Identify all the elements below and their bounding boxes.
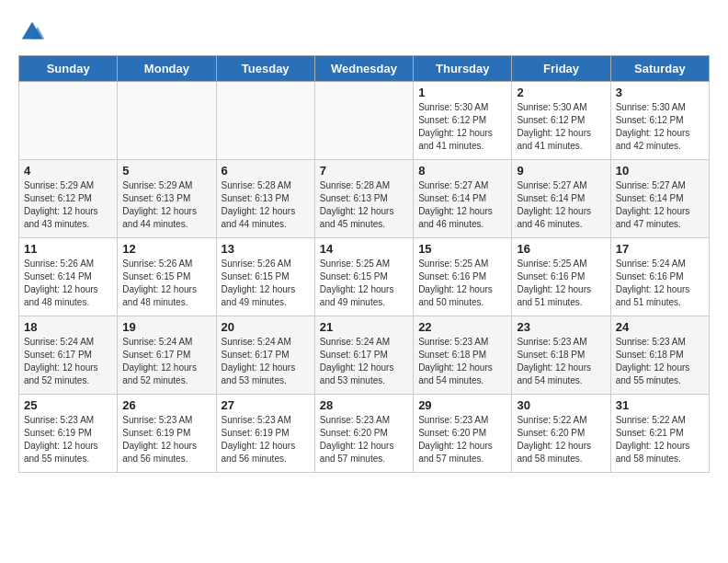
day-info: Sunrise: 5:25 AM Sunset: 6:16 PM Dayligh… <box>517 258 605 309</box>
page-header <box>18 18 710 46</box>
day-number: 22 <box>418 320 506 334</box>
day-number: 3 <box>616 86 704 99</box>
calendar-cell: 12Sunrise: 5:26 AM Sunset: 6:15 PM Dayli… <box>118 238 216 316</box>
calendar-cell: 4Sunrise: 5:29 AM Sunset: 6:12 PM Daylig… <box>19 160 118 238</box>
day-number: 11 <box>24 242 112 256</box>
calendar-cell: 10Sunrise: 5:27 AM Sunset: 6:14 PM Dayli… <box>610 160 709 238</box>
day-header-sunday: Sunday <box>19 56 118 82</box>
day-number: 4 <box>24 164 112 178</box>
day-header-wednesday: Wednesday <box>314 56 413 82</box>
calendar-cell <box>216 82 314 160</box>
calendar-cell: 24Sunrise: 5:23 AM Sunset: 6:18 PM Dayli… <box>610 316 709 395</box>
calendar-cell: 11Sunrise: 5:26 AM Sunset: 6:14 PM Dayli… <box>19 238 118 316</box>
day-number: 14 <box>320 242 408 256</box>
calendar-cell: 20Sunrise: 5:24 AM Sunset: 6:17 PM Dayli… <box>216 316 314 395</box>
day-number: 21 <box>320 320 408 334</box>
day-number: 30 <box>517 398 605 412</box>
calendar-cell: 22Sunrise: 5:23 AM Sunset: 6:18 PM Dayli… <box>414 316 512 395</box>
day-number: 6 <box>222 164 310 178</box>
day-number: 5 <box>122 164 210 178</box>
calendar-cell: 8Sunrise: 5:27 AM Sunset: 6:14 PM Daylig… <box>414 160 512 238</box>
day-info: Sunrise: 5:26 AM Sunset: 6:14 PM Dayligh… <box>24 258 112 309</box>
calendar-cell: 6Sunrise: 5:28 AM Sunset: 6:13 PM Daylig… <box>216 160 314 238</box>
day-info: Sunrise: 5:22 AM Sunset: 6:21 PM Dayligh… <box>616 414 704 465</box>
day-info: Sunrise: 5:23 AM Sunset: 6:20 PM Dayligh… <box>418 414 506 465</box>
calendar-cell: 9Sunrise: 5:27 AM Sunset: 6:14 PM Daylig… <box>512 160 610 238</box>
day-number: 1 <box>418 86 506 99</box>
day-info: Sunrise: 5:23 AM Sunset: 6:19 PM Dayligh… <box>222 414 310 465</box>
calendar-week-row: 18Sunrise: 5:24 AM Sunset: 6:17 PM Dayli… <box>19 316 710 395</box>
day-number: 16 <box>517 242 605 256</box>
day-info: Sunrise: 5:28 AM Sunset: 6:13 PM Dayligh… <box>222 179 310 231</box>
day-number: 7 <box>320 164 408 178</box>
day-info: Sunrise: 5:30 AM Sunset: 6:12 PM Dayligh… <box>616 101 704 153</box>
calendar-cell <box>314 82 413 160</box>
calendar-cell: 26Sunrise: 5:23 AM Sunset: 6:19 PM Dayli… <box>118 395 216 473</box>
day-info: Sunrise: 5:24 AM Sunset: 6:16 PM Dayligh… <box>616 258 704 309</box>
day-number: 24 <box>616 320 704 334</box>
calendar-cell: 29Sunrise: 5:23 AM Sunset: 6:20 PM Dayli… <box>414 395 512 473</box>
logo <box>18 18 50 46</box>
day-number: 29 <box>418 398 506 412</box>
calendar-cell: 28Sunrise: 5:23 AM Sunset: 6:20 PM Dayli… <box>314 395 413 473</box>
calendar-cell: 7Sunrise: 5:28 AM Sunset: 6:13 PM Daylig… <box>314 160 413 238</box>
logo-icon <box>18 18 46 46</box>
calendar-cell: 30Sunrise: 5:22 AM Sunset: 6:20 PM Dayli… <box>512 395 610 473</box>
day-number: 9 <box>517 164 605 178</box>
day-info: Sunrise: 5:23 AM Sunset: 6:18 PM Dayligh… <box>616 336 704 387</box>
calendar-cell: 23Sunrise: 5:23 AM Sunset: 6:18 PM Dayli… <box>512 316 610 395</box>
calendar-header-row: SundayMondayTuesdayWednesdayThursdayFrid… <box>19 56 710 82</box>
day-number: 27 <box>222 398 310 412</box>
calendar-cell: 27Sunrise: 5:23 AM Sunset: 6:19 PM Dayli… <box>216 395 314 473</box>
day-number: 2 <box>517 86 605 99</box>
day-info: Sunrise: 5:24 AM Sunset: 6:17 PM Dayligh… <box>24 336 112 387</box>
day-info: Sunrise: 5:23 AM Sunset: 6:18 PM Dayligh… <box>517 336 605 387</box>
calendar-cell: 5Sunrise: 5:29 AM Sunset: 6:13 PM Daylig… <box>118 160 216 238</box>
calendar-cell: 14Sunrise: 5:25 AM Sunset: 6:15 PM Dayli… <box>314 238 413 316</box>
day-number: 23 <box>517 320 605 334</box>
day-info: Sunrise: 5:22 AM Sunset: 6:20 PM Dayligh… <box>517 414 605 465</box>
day-info: Sunrise: 5:23 AM Sunset: 6:18 PM Dayligh… <box>418 336 506 387</box>
day-number: 18 <box>24 320 112 334</box>
day-info: Sunrise: 5:23 AM Sunset: 6:20 PM Dayligh… <box>320 414 408 465</box>
day-number: 8 <box>418 164 506 178</box>
calendar-week-row: 4Sunrise: 5:29 AM Sunset: 6:12 PM Daylig… <box>19 160 710 238</box>
day-header-saturday: Saturday <box>610 56 709 82</box>
day-info: Sunrise: 5:25 AM Sunset: 6:15 PM Dayligh… <box>320 258 408 309</box>
day-number: 10 <box>616 164 704 178</box>
day-info: Sunrise: 5:28 AM Sunset: 6:13 PM Dayligh… <box>320 179 408 231</box>
day-info: Sunrise: 5:27 AM Sunset: 6:14 PM Dayligh… <box>418 179 506 231</box>
day-number: 25 <box>24 398 112 412</box>
day-info: Sunrise: 5:23 AM Sunset: 6:19 PM Dayligh… <box>24 414 112 465</box>
calendar-cell: 18Sunrise: 5:24 AM Sunset: 6:17 PM Dayli… <box>19 316 118 395</box>
day-number: 13 <box>222 242 310 256</box>
day-number: 26 <box>122 398 210 412</box>
day-number: 19 <box>122 320 210 334</box>
day-number: 31 <box>616 398 704 412</box>
calendar-cell: 16Sunrise: 5:25 AM Sunset: 6:16 PM Dayli… <box>512 238 610 316</box>
day-info: Sunrise: 5:29 AM Sunset: 6:12 PM Dayligh… <box>24 179 112 231</box>
calendar-cell: 3Sunrise: 5:30 AM Sunset: 6:12 PM Daylig… <box>610 82 709 160</box>
day-info: Sunrise: 5:26 AM Sunset: 6:15 PM Dayligh… <box>222 258 310 309</box>
day-info: Sunrise: 5:26 AM Sunset: 6:15 PM Dayligh… <box>122 258 210 309</box>
calendar-cell: 25Sunrise: 5:23 AM Sunset: 6:19 PM Dayli… <box>19 395 118 473</box>
day-info: Sunrise: 5:24 AM Sunset: 6:17 PM Dayligh… <box>320 336 408 387</box>
calendar-cell: 2Sunrise: 5:30 AM Sunset: 6:12 PM Daylig… <box>512 82 610 160</box>
calendar-table: SundayMondayTuesdayWednesdayThursdayFrid… <box>18 55 710 473</box>
day-header-monday: Monday <box>118 56 216 82</box>
calendar-cell: 1Sunrise: 5:30 AM Sunset: 6:12 PM Daylig… <box>414 82 512 160</box>
calendar-cell: 15Sunrise: 5:25 AM Sunset: 6:16 PM Dayli… <box>414 238 512 316</box>
calendar-cell: 19Sunrise: 5:24 AM Sunset: 6:17 PM Dayli… <box>118 316 216 395</box>
day-number: 15 <box>418 242 506 256</box>
day-header-friday: Friday <box>512 56 610 82</box>
day-info: Sunrise: 5:29 AM Sunset: 6:13 PM Dayligh… <box>122 179 210 231</box>
day-info: Sunrise: 5:30 AM Sunset: 6:12 PM Dayligh… <box>418 101 506 153</box>
calendar-cell: 21Sunrise: 5:24 AM Sunset: 6:17 PM Dayli… <box>314 316 413 395</box>
day-number: 12 <box>122 242 210 256</box>
calendar-week-row: 25Sunrise: 5:23 AM Sunset: 6:19 PM Dayli… <box>19 395 710 473</box>
day-info: Sunrise: 5:30 AM Sunset: 6:12 PM Dayligh… <box>517 101 605 153</box>
day-info: Sunrise: 5:25 AM Sunset: 6:16 PM Dayligh… <box>418 258 506 309</box>
day-number: 17 <box>616 242 704 256</box>
day-info: Sunrise: 5:27 AM Sunset: 6:14 PM Dayligh… <box>517 179 605 231</box>
day-info: Sunrise: 5:27 AM Sunset: 6:14 PM Dayligh… <box>616 179 704 231</box>
